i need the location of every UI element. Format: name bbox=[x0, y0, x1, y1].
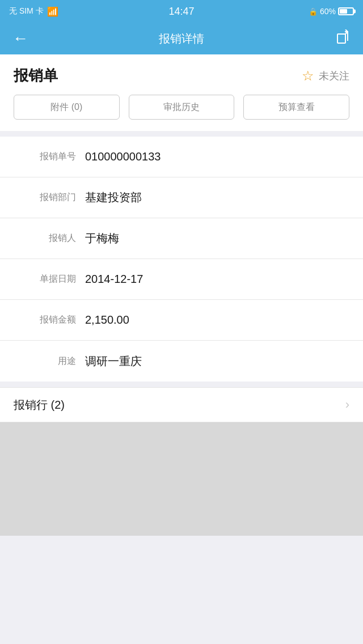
section-divider bbox=[0, 131, 363, 137]
expense-number-label: 报销单号 bbox=[14, 151, 76, 163]
expense-lines-button[interactable]: 报销行 (2) › bbox=[0, 388, 363, 422]
nav-title: 报销详情 bbox=[159, 31, 204, 46]
status-bar: 无 SIM 卡 📶 14:47 🔒 60% bbox=[0, 0, 363, 23]
detail-section: 报销单号 010000000133 报销部门 基建投资部 报销人 于梅梅 单据日… bbox=[0, 137, 363, 382]
applicant-label: 报销人 bbox=[14, 232, 76, 244]
section-title: 报销单 bbox=[14, 66, 58, 86]
share-icon bbox=[335, 29, 350, 48]
back-arrow-icon: ← bbox=[12, 31, 28, 46]
field-row-expense-number: 报销单号 010000000133 bbox=[0, 137, 363, 177]
purpose-label: 用途 bbox=[14, 355, 76, 367]
field-row-department: 报销部门 基建投资部 bbox=[0, 177, 363, 218]
nav-bar: ← 报销详情 bbox=[0, 23, 363, 54]
attachments-button[interactable]: 附件 (0) bbox=[14, 95, 120, 120]
expense-lines-label: 报销行 (2) bbox=[14, 397, 65, 413]
department-value: 基建投资部 bbox=[85, 190, 142, 205]
main-content: 报销单 ☆ 未关注 附件 (0) 审批历史 预算查看 报销单号 01000000… bbox=[0, 54, 363, 536]
favorite-button[interactable]: ☆ 未关注 bbox=[302, 68, 349, 84]
budget-view-button[interactable]: 预算查看 bbox=[243, 95, 349, 120]
footer-section: 报销行 (2) › bbox=[0, 387, 363, 422]
carrier-label: 无 SIM 卡 bbox=[9, 6, 44, 16]
section-header: 报销单 ☆ 未关注 bbox=[0, 54, 363, 95]
chevron-right-icon: › bbox=[345, 397, 349, 412]
status-carrier: 无 SIM 卡 📶 bbox=[9, 6, 58, 17]
battery-percent: 60% bbox=[320, 7, 336, 16]
field-row-amount: 报销金额 2,150.00 bbox=[0, 300, 363, 341]
purpose-value: 调研一重庆 bbox=[85, 354, 142, 369]
bottom-area bbox=[0, 422, 363, 536]
svg-rect-0 bbox=[337, 34, 345, 43]
field-row-applicant: 报销人 于梅梅 bbox=[0, 218, 363, 259]
approval-history-button[interactable]: 审批历史 bbox=[129, 95, 235, 120]
wifi-icon: 📶 bbox=[47, 6, 58, 17]
status-time: 14:47 bbox=[168, 6, 194, 18]
favorite-label: 未关注 bbox=[319, 69, 349, 83]
action-button-row: 附件 (0) 审批历史 预算查看 bbox=[0, 95, 363, 131]
battery-icon bbox=[338, 7, 354, 15]
share-button[interactable] bbox=[331, 27, 354, 50]
applicant-value: 于梅梅 bbox=[85, 231, 119, 246]
amount-label: 报销金额 bbox=[14, 314, 76, 326]
lock-icon: 🔒 bbox=[309, 7, 318, 16]
date-label: 单据日期 bbox=[14, 273, 76, 285]
amount-value: 2,150.00 bbox=[85, 313, 129, 327]
field-row-purpose: 用途 调研一重庆 bbox=[0, 341, 363, 382]
expense-number-value: 010000000133 bbox=[85, 150, 161, 163]
field-row-date: 单据日期 2014-12-17 bbox=[0, 259, 363, 300]
status-right: 🔒 60% bbox=[309, 7, 354, 16]
date-value: 2014-12-17 bbox=[85, 273, 143, 286]
department-label: 报销部门 bbox=[14, 192, 76, 204]
back-button[interactable]: ← bbox=[9, 27, 32, 50]
star-icon: ☆ bbox=[302, 68, 314, 84]
